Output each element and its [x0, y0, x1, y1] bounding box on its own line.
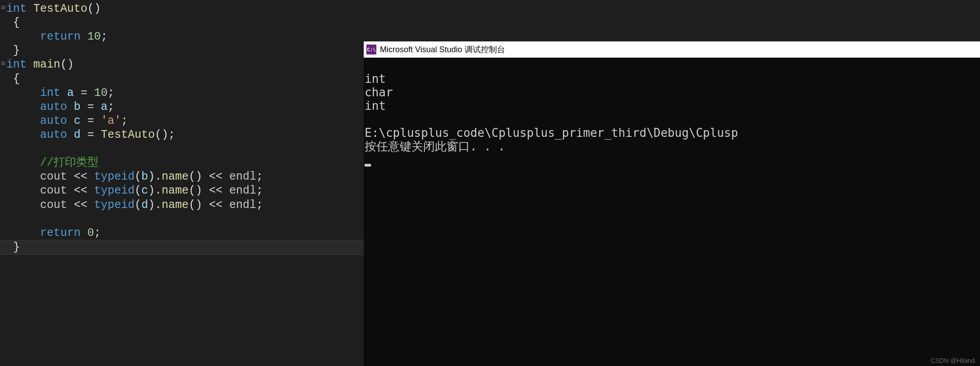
console-line: 按任意键关闭此窗口. . . — [365, 140, 505, 153]
code-line[interactable]: } — [0, 44, 364, 58]
code-line[interactable]: return 10; — [0, 30, 364, 44]
code-line-current[interactable]: } — [0, 240, 364, 255]
console-line: int — [365, 72, 386, 86]
code-line[interactable]: { — [0, 72, 364, 86]
console-line: E:\cplusplus_code\Cplusplus_primer_third… — [365, 126, 738, 140]
code-line[interactable]: auto d = TestAuto(); — [0, 128, 364, 142]
cursor-icon — [365, 164, 371, 167]
code-line[interactable]: cout << typeid(b).name() << endl; — [0, 170, 364, 184]
code-line[interactable]: { — [0, 16, 364, 30]
code-line[interactable]: auto b = a; — [0, 100, 364, 114]
vs-icon: C:\ — [366, 45, 376, 54]
code-line[interactable]: cout << typeid(c).name() << endl; — [0, 184, 364, 198]
code-line[interactable]: auto c = 'a'; — [0, 114, 364, 128]
code-line[interactable]: return 0; — [0, 226, 364, 240]
console-line: char — [365, 86, 393, 99]
fold-icon[interactable]: ⊟ — [0, 1, 6, 15]
code-line[interactable]: cout << typeid(d).name() << endl; — [0, 198, 364, 212]
code-line[interactable]: int a = 10; — [0, 86, 364, 100]
code-line[interactable]: //打印类型 — [0, 156, 364, 170]
console-line: int — [365, 99, 386, 113]
watermark: CSDN @Hiland. — [931, 357, 976, 364]
code-editor[interactable]: ⊟int TestAuto() { return 10; } ⊟int main… — [0, 0, 364, 366]
code-line[interactable]: ⊟int main() — [0, 58, 364, 72]
debug-console-window: C:\ Microsoft Visual Studio 调试控制台 int ch… — [364, 41, 980, 366]
console-output[interactable]: int char int E:\cplusplus_code\Cplusplus… — [364, 58, 980, 167]
fold-icon[interactable]: ⊟ — [0, 57, 6, 71]
code-line[interactable] — [0, 142, 364, 156]
console-title: Microsoft Visual Studio 调试控制台 — [380, 44, 505, 55]
console-titlebar[interactable]: C:\ Microsoft Visual Studio 调试控制台 — [364, 41, 980, 58]
code-line[interactable] — [0, 212, 364, 226]
code-line[interactable]: ⊟int TestAuto() — [0, 2, 364, 16]
